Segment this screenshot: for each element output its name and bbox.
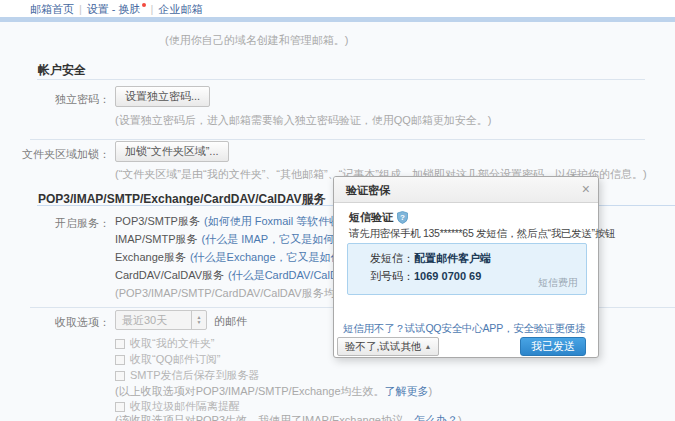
link-settings[interactable]: 设置 <box>87 3 109 15</box>
row-divider <box>30 139 645 140</box>
note-text: (该收取选项只对POP3生效。我使用了IMAP/Exchange协议， <box>115 414 414 421</box>
checkbox-icon[interactable] <box>115 402 125 412</box>
checkbox-label: 收取垃圾邮件隔离提醒 <box>130 399 240 414</box>
sms-title-text: 短信验证 <box>349 211 393 223</box>
to-number-value: 1069 0700 69 <box>414 270 481 282</box>
link-enterprise-mail[interactable]: 企业邮箱 <box>158 3 202 15</box>
independent-password-note: (设置独立密码后，进入邮箱需要输入独立密码验证，使用QQ邮箱更加安全。) <box>115 113 491 128</box>
note-text: ) <box>458 414 462 421</box>
service-name: POP3/SMTP服务 <box>115 215 200 227</box>
sms-content-line: 发短信：配置邮件客户端 <box>370 251 491 266</box>
checkbox-label: 收取“我的文件夹” <box>130 336 214 351</box>
note-text: (以上收取选项对POP3/IMAP/SMTP/Exchange均生效。 <box>115 385 385 397</box>
receive-options-note: (以上收取选项对POP3/IMAP/SMTP/Exchange均生效。了解更多) <box>115 384 432 399</box>
separator: | <box>79 3 82 15</box>
send-sms-value: 配置邮件客户端 <box>414 252 491 264</box>
what-to-do-link[interactable]: 怎么办？ <box>414 414 458 421</box>
checkbox-row-spam-reminder[interactable]: 收取垃圾邮件隔离提醒 <box>115 399 240 414</box>
top-links: 邮箱首页|设置-换肤|企业邮箱 <box>30 2 202 17</box>
receive-options-label: 收取选项： <box>0 315 110 330</box>
domain-mail-note: (使用你自己的域名创建和管理邮箱。) <box>165 33 348 48</box>
receive-range-value: 最近30天 <box>116 311 191 329</box>
sms-instruction-text: 请先用密保手机 135******65 发短信，然后点“我已发送”按钮 <box>349 227 615 241</box>
separator: | <box>151 3 154 15</box>
learn-more-link[interactable]: 了解更多 <box>385 385 429 397</box>
pop3-only-note: (该收取选项只对POP3生效。我使用了IMAP/Exchange协议，怎么办？) <box>115 413 462 421</box>
folder-lock-label: 文件夹区域加锁： <box>0 147 110 162</box>
try-other-label: 验不了,试试其他 <box>345 340 421 352</box>
sms-number-line: 到号码：1069 0700 69 <box>370 269 481 284</box>
independent-password-label: 独立密码： <box>0 92 110 107</box>
try-other-method-button[interactable]: 验不了,试试其他▲ <box>337 337 439 356</box>
dialog-title: 验证密保 <box>346 183 390 198</box>
svg-text:?: ? <box>400 213 405 222</box>
section-title-account-security: 帐户安全 <box>38 62 86 79</box>
receive-range-suffix: 的邮件 <box>214 314 247 329</box>
checkbox-row-smtp-save[interactable]: SMTP发信后保存到服务器 <box>115 368 260 383</box>
qq-security-app-link[interactable]: 短信用不了？试试QQ安全中心APP，安全验证更便捷 <box>343 322 585 336</box>
checkbox-row-my-folders[interactable]: 收取“我的文件夹” <box>115 336 214 351</box>
verify-security-dialog: 验证密保 × 短信验证? 请先用密保手机 135******65 发短信，然后点… <box>333 176 599 358</box>
service-name: CardDAV/CalDAV服务 <box>115 269 224 281</box>
close-icon[interactable]: × <box>582 180 590 198</box>
service-name: Exchange服务 <box>115 251 186 263</box>
mail-settings-page: 邮箱首页|设置-换肤|企业邮箱 (使用你自己的域名创建和管理邮箱。) 帐户安全 … <box>0 0 675 421</box>
checkbox-icon[interactable] <box>115 371 125 381</box>
sms-verification-title: 短信验证? <box>349 210 408 225</box>
sms-info-box: 发短信：配置邮件客户端 到号码：1069 0700 69 短信费用 <box>347 243 587 295</box>
sms-fee-link[interactable]: 短信费用 <box>538 276 578 290</box>
top-bar: 邮箱首页|设置-换肤|企业邮箱 <box>0 0 675 17</box>
set-independent-password-button[interactable]: 设置独立密码... <box>115 86 210 107</box>
new-badge-dot <box>142 3 146 7</box>
arrow-up-icon: ▲ <box>424 343 431 350</box>
dash-separator: - <box>112 3 116 15</box>
link-mail-home[interactable]: 邮箱首页 <box>30 3 74 15</box>
shield-question-icon: ? <box>397 211 408 224</box>
sms-sent-button[interactable]: 我已发送 <box>520 337 586 356</box>
spin-down-icon: ▼ <box>197 320 202 325</box>
checkbox-icon[interactable] <box>115 339 125 349</box>
dialog-header: 验证密保 × <box>334 177 598 203</box>
note-text: ) <box>429 385 433 397</box>
link-change-skin[interactable]: 换肤 <box>119 3 141 15</box>
lock-folder-area-button[interactable]: 加锁“文件夹区域”... <box>115 141 229 162</box>
checkbox-label: 收取“QQ邮件订阅” <box>130 352 220 367</box>
checkbox-icon[interactable] <box>115 355 125 365</box>
section-underline <box>37 79 645 80</box>
send-sms-label: 发短信： <box>370 252 414 264</box>
service-name: IMAP/SMTP服务 <box>115 233 198 245</box>
spinner-icon: ▲ ▼ <box>191 311 206 329</box>
to-number-label: 到号码： <box>370 270 414 282</box>
receive-range-select[interactable]: 最近30天 ▲ ▼ <box>115 310 207 330</box>
checkbox-row-qq-subscription[interactable]: 收取“QQ邮件订阅” <box>115 352 220 367</box>
enable-services-label: 开启服务： <box>0 216 110 231</box>
checkbox-label: SMTP发信后保存到服务器 <box>130 368 260 383</box>
